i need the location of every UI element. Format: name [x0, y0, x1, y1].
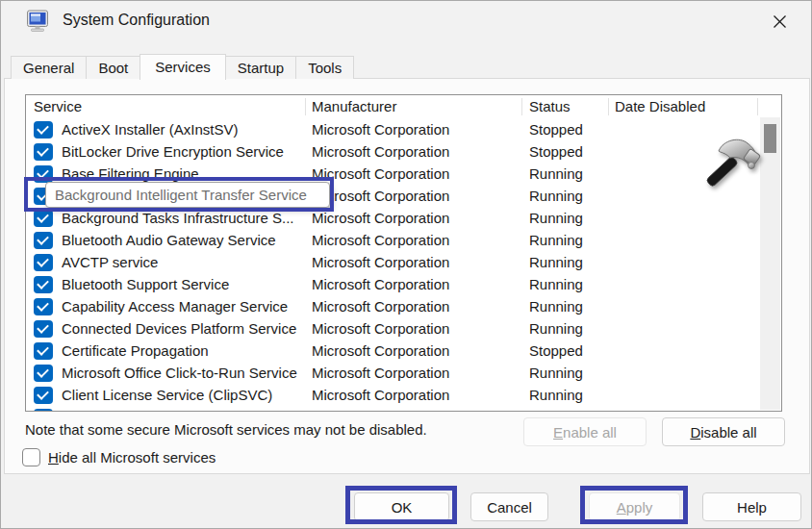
tab-tools[interactable]: Tools	[295, 56, 354, 79]
service-status: Running	[521, 320, 608, 337]
column-header-status[interactable]: Status	[521, 95, 608, 118]
service-checkbox[interactable]	[34, 121, 53, 139]
service-rows: ActiveX Installer (AxInstSV) Microsoft C…	[26, 118, 760, 411]
service-status: Stopped	[521, 143, 608, 160]
service-checkbox[interactable]	[34, 254, 53, 271]
table-row[interactable]: Capability Access Manager Service Micros…	[26, 295, 760, 317]
cancel-button[interactable]: Cancel	[470, 492, 548, 521]
service-manufacturer: Microsoft Corporation	[305, 365, 521, 381]
tab-startup[interactable]: Startup	[225, 56, 296, 79]
table-row[interactable]: ActiveX Installer (AxInstSV) Microsoft C…	[26, 118, 760, 140]
service-manufacturer: Microsoft Corporation	[305, 232, 521, 248]
service-checkbox[interactable]	[34, 387, 53, 404]
service-manufacturer: Microsoft Corporation	[305, 320, 521, 337]
close-button[interactable]	[765, 9, 794, 34]
tab-general[interactable]: General	[11, 56, 87, 79]
service-manufacturer: Microsoft Corporation	[305, 342, 521, 359]
service-checkbox[interactable]	[34, 298, 53, 315]
service-name: Bluetooth Audio Gateway Service	[62, 232, 305, 248]
apply-label: A	[617, 499, 626, 516]
service-status: Running	[521, 254, 608, 270]
service-manufacturer: Microsoft Corporation	[305, 210, 521, 226]
tab-services[interactable]: Services	[140, 54, 226, 80]
hide-microsoft-services-checkbox[interactable]: Hide all Microsoft services	[22, 448, 216, 466]
service-manufacturer: Microsoft Corporation	[305, 276, 521, 292]
service-checkbox[interactable]	[34, 143, 53, 161]
scrollbar-thumb[interactable]	[764, 124, 776, 153]
service-name: ActiveX Installer (AxInstSV)	[62, 121, 305, 138]
system-configuration-window: System Configuration General Boot Servic…	[0, 0, 812, 529]
table-row[interactable]: Bluetooth Audio Gateway Service Microsof…	[26, 229, 760, 251]
enable-all-button[interactable]: Enable all	[523, 417, 647, 446]
service-manufacturer: Microsoft Corporation	[305, 298, 521, 315]
service-checkbox[interactable]	[34, 365, 53, 382]
service-name-tooltip: Background Intelligent Transfer Service	[45, 182, 330, 208]
service-manufacturer: Microsoft Corporation	[305, 387, 521, 403]
column-header-service[interactable]: Service	[26, 95, 305, 118]
note-text: Note that some secure Microsoft services…	[25, 421, 427, 438]
service-name: Capability Access Manager Service	[62, 298, 305, 315]
table-row[interactable]: Certificate Propagation Microsoft Corpor…	[26, 340, 760, 362]
disable-all-button[interactable]: Disable all	[662, 417, 785, 446]
apply-button[interactable]: Apply	[589, 492, 680, 521]
title-bar: System Configuration	[1, 1, 811, 43]
header-divider	[608, 98, 609, 115]
header-divider	[757, 98, 758, 115]
service-status: Stopped	[521, 342, 608, 359]
enable-all-label: E	[553, 424, 563, 441]
service-status: Running	[521, 165, 608, 182]
table-row[interactable]: Connected Devices Platform Service Micro…	[26, 317, 760, 340]
service-manufacturer: Microsoft Corporation	[305, 254, 521, 270]
services-table: Service Manufacturer Status Date Disable…	[25, 94, 782, 412]
service-status: Running	[521, 298, 608, 315]
table-row[interactable]: AVCTP service Microsoft Corporation Runn…	[26, 251, 760, 273]
table-row[interactable]: Background Tasks Infrastructure S... Mic…	[26, 207, 760, 229]
tab-boot[interactable]: Boot	[86, 56, 140, 79]
service-manufacturer: Microsoft Corporation	[305, 165, 521, 182]
service-manufacturer: Microsoft Corporation	[305, 121, 521, 138]
tab-bar: General Boot Services Startup Tools	[11, 53, 353, 79]
service-checkbox[interactable]	[34, 409, 53, 412]
service-name: Microsoft Office Click-to-Run Service	[62, 365, 305, 381]
service-manufacturer: Microsoft Corporation	[305, 188, 521, 204]
table-row[interactable]	[26, 406, 760, 411]
hammer-cursor-icon	[704, 137, 762, 190]
ok-button[interactable]: OK	[354, 492, 449, 521]
service-checkbox[interactable]	[34, 320, 53, 338]
header-divider	[305, 98, 306, 115]
service-status: Running	[521, 232, 608, 248]
service-status: Running	[521, 365, 608, 381]
table-row[interactable]: Bluetooth Support Service Microsoft Corp…	[26, 273, 760, 295]
service-status: Running	[521, 188, 608, 204]
close-icon	[773, 14, 787, 29]
service-checkbox[interactable]	[34, 342, 53, 360]
hide-checkbox-label: Hide all Microsoft services	[48, 449, 216, 466]
table-header: Service Manufacturer Status Date Disable…	[26, 95, 781, 118]
service-name: Client License Service (ClipSVC)	[62, 387, 305, 403]
service-checkbox[interactable]	[34, 276, 53, 293]
msconfig-icon	[26, 9, 51, 34]
window-title: System Configuration	[63, 12, 210, 29]
service-checkbox[interactable]	[34, 232, 53, 249]
table-row[interactable]: Client License Service (ClipSVC) Microso…	[26, 384, 760, 406]
service-status: Running	[521, 276, 608, 292]
service-name: Base Filtering Engine	[62, 165, 305, 182]
table-row[interactable]: BitLocker Drive Encryption Service Micro…	[26, 140, 760, 163]
disable-all-label: D	[690, 424, 700, 441]
service-name: Background Tasks Infrastructure S...	[62, 210, 305, 226]
header-divider	[521, 98, 522, 115]
column-header-manufacturer[interactable]: Manufacturer	[305, 95, 521, 118]
table-row[interactable]: Microsoft Office Click-to-Run Service Mi…	[26, 362, 760, 384]
service-status: Running	[521, 387, 608, 403]
checkbox-unchecked[interactable]	[22, 448, 40, 466]
service-checkbox[interactable]	[34, 210, 53, 227]
service-status: Stopped	[521, 121, 608, 138]
service-status: Running	[521, 210, 608, 226]
column-header-date-disabled[interactable]: Date Disabled	[608, 95, 781, 118]
service-name: Bluetooth Support Service	[62, 276, 305, 292]
help-button[interactable]: Help	[702, 492, 801, 521]
service-checkbox[interactable]	[34, 165, 53, 183]
service-name: Certificate Propagation	[62, 342, 305, 359]
service-name: BitLocker Drive Encryption Service	[62, 143, 305, 160]
vertical-scrollbar[interactable]	[760, 117, 780, 410]
